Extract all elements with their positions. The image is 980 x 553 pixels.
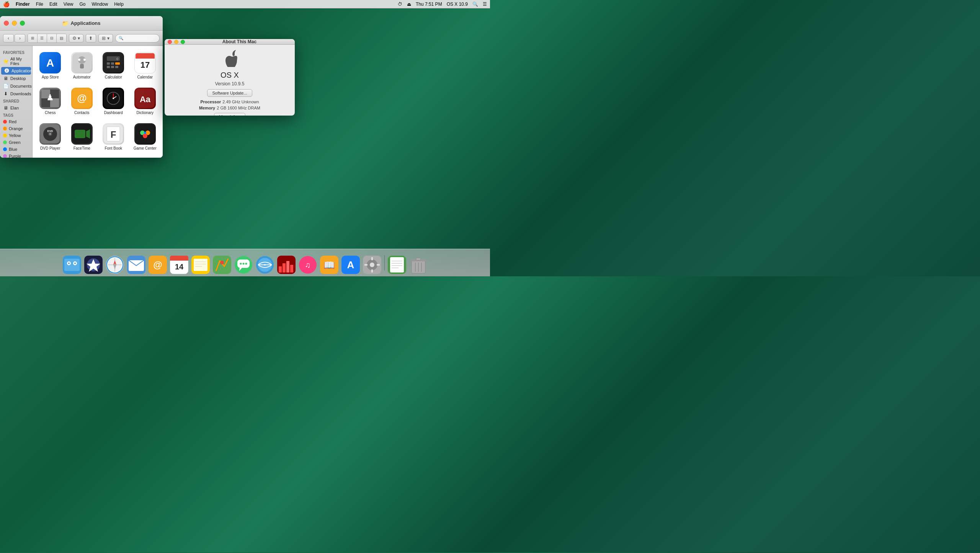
- dock-item-appstore[interactable]: A: [341, 255, 361, 275]
- app-item-dashboard[interactable]: Dashboard: [100, 85, 127, 117]
- dock-item-calendar[interactable]: 14: [169, 255, 189, 275]
- app-item-ibooks[interactable]: 📖 iBooks: [36, 157, 64, 158]
- about-zoom-button[interactable]: [181, 40, 185, 44]
- dock-item-launchpad[interactable]: [83, 255, 103, 275]
- app-item-calculator[interactable]: 0 Calculator: [100, 50, 127, 82]
- svg-rect-135: [371, 257, 373, 260]
- menubar-help[interactable]: Help: [114, 2, 124, 7]
- menubar-go[interactable]: Go: [80, 2, 86, 7]
- dictionary-label: Dictionary: [137, 111, 154, 115]
- dock-item-trash[interactable]: [408, 255, 428, 275]
- sidebar-item-desktop[interactable]: 🖥 Desktop: [0, 75, 32, 82]
- app-grid: A App Store: [36, 50, 159, 158]
- cover-flow-btn[interactable]: ▤: [57, 34, 66, 42]
- apple-menu[interactable]: 🍎: [3, 1, 10, 7]
- menubar-file[interactable]: File: [36, 2, 43, 7]
- list-view-btn[interactable]: ☰: [38, 34, 47, 42]
- svg-rect-102: [170, 259, 188, 261]
- tags-label: TAGS: [0, 112, 32, 118]
- app-item-facetime[interactable]: FaceTime: [68, 121, 96, 153]
- sidebar-item-documents[interactable]: 📄 Documents: [0, 82, 32, 90]
- app-item-chess[interactable]: ♟ Chess: [36, 85, 64, 117]
- sidebar-item-purple[interactable]: Purple: [0, 153, 32, 158]
- app-item-launchpad[interactable]: Launchpad: [131, 157, 159, 158]
- dock-item-textedit[interactable]: [387, 255, 407, 275]
- app-item-fontbook[interactable]: F Font Book: [100, 121, 127, 153]
- dock-item-ibooks[interactable]: 📖: [319, 255, 339, 275]
- calculator-icon: 0: [103, 52, 124, 73]
- chess-icon: ♟: [39, 88, 61, 109]
- app-item-gamecenter[interactable]: Game Center: [131, 121, 159, 153]
- app-item-imagecapture[interactable]: Image Capture: [68, 157, 96, 158]
- sidebar-item-green[interactable]: Green: [0, 139, 32, 146]
- dock-item-itunes[interactable]: ♫: [298, 255, 318, 275]
- app-grid-container: A App Store: [33, 46, 163, 158]
- app-item-dictionary[interactable]: Aa Dictionary: [131, 85, 159, 117]
- svg-point-85: [74, 263, 76, 264]
- sidebar-item-elan[interactable]: 🖥 Elan: [0, 104, 32, 112]
- svg-rect-13: [107, 66, 110, 68]
- action-button[interactable]: ⚙ ▾: [69, 34, 83, 42]
- dock-item-network[interactable]: [255, 255, 275, 275]
- menubar-window[interactable]: Window: [92, 2, 108, 7]
- about-close-button[interactable]: [168, 40, 172, 44]
- app-item-calendar[interactable]: 17 Calendar: [131, 50, 159, 82]
- dock-item-istat[interactable]: [276, 255, 296, 275]
- app-item-contacts[interactable]: @ Contacts: [68, 85, 96, 117]
- finder-toolbar: ‹ › ⊞ ☰ ⊟ ▤ ⚙ ▾ ⬆ ⊞ ▾ 🔍: [0, 31, 163, 46]
- dock-item-messages[interactable]: [234, 255, 253, 275]
- arrangement-button[interactable]: ⊞ ▾: [98, 34, 113, 42]
- time-machine-icon[interactable]: ⏱: [398, 2, 402, 7]
- sidebar-item-downloads[interactable]: ⬇ Downloads: [0, 90, 32, 98]
- search-bar[interactable]: 🔍: [115, 34, 160, 42]
- sidebar: FAVORITES ⭐ All My Files 🅐 Applications …: [0, 46, 33, 158]
- calendar-label: Calendar: [137, 75, 153, 79]
- svg-rect-41: [75, 130, 85, 138]
- apple-logo: [222, 49, 237, 69]
- about-minimize-button[interactable]: [174, 40, 178, 44]
- app-item-appstore[interactable]: A App Store: [36, 50, 64, 82]
- menubar-view[interactable]: View: [64, 2, 74, 7]
- dvdplayer-label: DVD Player: [40, 146, 60, 150]
- menubar-finder[interactable]: Finder: [16, 2, 30, 7]
- sidebar-item-all-my-files[interactable]: ⭐ All My Files: [0, 55, 32, 67]
- eject-icon[interactable]: ⏏: [407, 2, 411, 7]
- svg-text:📖: 📖: [323, 259, 335, 271]
- svg-text:DVD: DVD: [47, 130, 53, 132]
- back-button[interactable]: ‹: [3, 34, 14, 42]
- icon-view-btn[interactable]: ⊞: [28, 34, 38, 42]
- share-button[interactable]: ⬆: [86, 34, 96, 42]
- minimize-button[interactable]: [12, 21, 17, 26]
- dock-item-notes[interactable]: [191, 255, 211, 275]
- dock-item-finder[interactable]: [62, 255, 82, 275]
- sidebar-item-red[interactable]: Red: [0, 118, 32, 125]
- dock-item-system-preferences[interactable]: [362, 255, 382, 275]
- app-item-dvdplayer[interactable]: DVD DVD Player: [36, 121, 64, 153]
- menubar-edit[interactable]: Edit: [49, 2, 57, 7]
- software-update-button[interactable]: Software Update...: [207, 89, 252, 97]
- svg-point-4: [78, 59, 80, 61]
- zoom-button[interactable]: [20, 21, 25, 26]
- sidebar-item-applications[interactable]: 🅐 Applications: [1, 67, 31, 75]
- sidebar-item-yellow[interactable]: Yellow: [0, 132, 32, 139]
- column-view-btn[interactable]: ⊟: [47, 34, 57, 42]
- menu-list-icon[interactable]: ☰: [483, 2, 487, 7]
- search-icon[interactable]: 🔍: [472, 2, 478, 7]
- app-item-automator[interactable]: Automator: [68, 50, 96, 82]
- sidebar-item-blue[interactable]: Blue: [0, 146, 32, 153]
- os-version: Version 10.9.5: [215, 81, 245, 86]
- red-tag-dot: [3, 120, 7, 124]
- app-item-itunes[interactable]: ♫ iTunes: [100, 157, 127, 158]
- forward-button[interactable]: ›: [15, 34, 25, 42]
- calendar-icon: 17: [134, 52, 156, 73]
- svg-rect-125: [290, 265, 293, 272]
- close-button[interactable]: [4, 21, 9, 26]
- dock-item-safari[interactable]: [105, 255, 125, 275]
- svg-point-114: [242, 263, 244, 265]
- more-info-button[interactable]: More Info...: [214, 113, 245, 116]
- dock-item-contacts[interactable]: @: [148, 255, 168, 275]
- sidebar-item-orange[interactable]: Orange: [0, 125, 32, 132]
- fontbook-icon: F: [103, 123, 124, 145]
- dock-item-mail[interactable]: [126, 255, 146, 275]
- dock-item-maps[interactable]: [212, 255, 232, 275]
